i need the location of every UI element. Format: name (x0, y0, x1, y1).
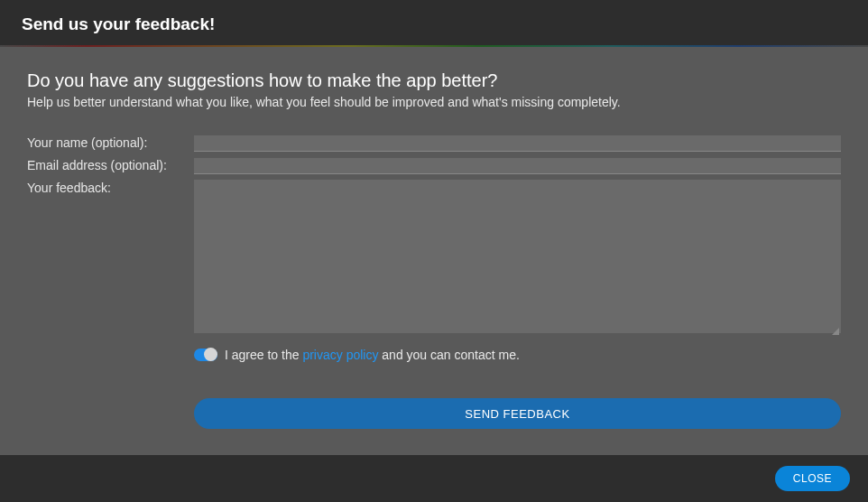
form-row-email: Email address (optional): (27, 157, 841, 174)
privacy-policy-link[interactable]: privacy policy (302, 348, 378, 362)
form-row-name: Your name (optional): (27, 135, 841, 152)
modal-body: Do you have any suggestions how to make … (0, 47, 868, 455)
divider-rainbow (0, 45, 868, 47)
agree-row: I agree to the privacy policy and you ca… (194, 348, 841, 362)
question-title: Do you have any suggestions how to make … (27, 70, 841, 91)
agree-toggle[interactable] (194, 349, 217, 361)
question-subtitle: Help us better understand what you like,… (27, 95, 841, 109)
email-input[interactable] (194, 158, 841, 174)
email-label: Email address (optional): (27, 157, 194, 172)
modal-footer: CLOSE (0, 455, 868, 502)
agree-text: I agree to the privacy policy and you ca… (225, 348, 520, 362)
toggle-knob-icon (204, 348, 217, 361)
feedback-label: Your feedback: (27, 180, 194, 195)
feedback-modal: Send us your feedback! Do you have any s… (0, 0, 868, 502)
modal-title: Send us your feedback! (22, 14, 846, 34)
modal-header: Send us your feedback! (0, 0, 868, 45)
form-row-feedback: Your feedback: (27, 180, 841, 337)
name-label: Your name (optional): (27, 135, 194, 150)
name-input[interactable] (194, 135, 841, 152)
agree-prefix: I agree to the (225, 348, 302, 362)
feedback-textarea[interactable] (194, 180, 841, 333)
close-button[interactable]: CLOSE (775, 466, 850, 491)
send-feedback-button[interactable]: SEND FEEDBACK (194, 398, 841, 429)
agree-suffix: and you can contact me. (378, 348, 519, 362)
